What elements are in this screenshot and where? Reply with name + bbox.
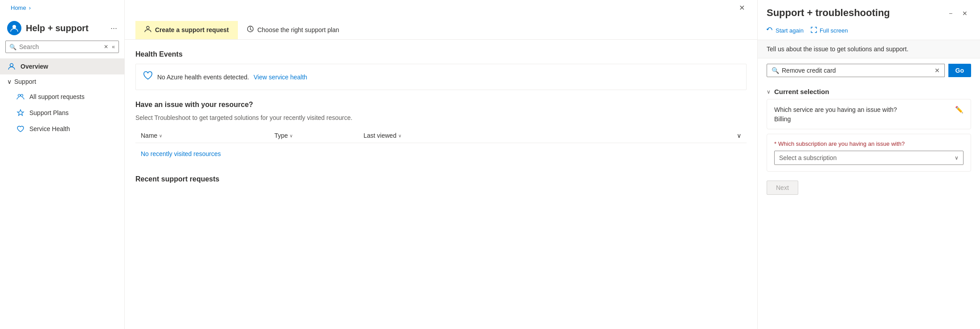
panel-search-box: 🔍 ✕ [767,64,945,77]
edit-service-icon[interactable]: ✏️ [955,106,964,114]
support-plans-icon [16,108,25,117]
search-clear-icon[interactable]: ✕ [104,44,108,50]
search-icon: 🔍 [9,44,16,50]
table-empty-message: No recently visited resources [135,143,747,164]
service-card-value: Billing [774,115,791,123]
sidebar-item-service-health[interactable]: Service Health [0,121,124,137]
resource-subtitle: Select Troubleshoot to get targeted solu… [135,114,747,121]
current-selection-title: Current selection [774,88,829,95]
tab-choose-plan[interactable]: Choose the right support plan [238,21,348,39]
service-card-header: Which service are you having an issue wi… [774,106,964,114]
col-lastviewed-header[interactable]: Last viewed ∨ [363,132,453,139]
next-button[interactable]: Next [767,181,798,195]
sidebar-item-overview[interactable]: Overview [0,58,124,74]
svg-point-4 [147,26,149,29]
panel-search-row: 🔍 ✕ Go [758,58,980,82]
tab-create-support-label: Create a support request [155,26,229,33]
sort-type-icon: ∨ [290,133,293,138]
main-close-button[interactable]: ✕ [737,2,747,14]
panel-minimize-button[interactable]: − [944,7,957,20]
service-health-label: Service Health [29,125,70,132]
panel-toolbar: Start again Full screen [758,25,980,40]
all-requests-label: All support requests [29,93,85,100]
col-name-header[interactable]: Name ∨ [141,132,274,139]
dropdown-chevron-icon: ∨ [955,155,959,161]
col-type-header[interactable]: Type ∨ [274,132,363,139]
health-events-box: No Azure health events detected. View se… [135,64,747,90]
tab-choose-plan-label: Choose the right support plan [257,26,339,33]
search-box: 🔍 ✕ « [5,41,119,53]
subscription-placeholder: Select a subscription [779,154,837,161]
full-screen-icon [811,27,817,34]
current-selection-header[interactable]: ∨ Current selection [767,82,971,99]
search-input[interactable] [19,43,101,50]
current-selection: ∨ Current selection Which service are yo… [758,82,980,195]
table-header: Name ∨ Type ∨ Last viewed ∨ ∨ [135,128,747,143]
tabs-row: Create a support request Choose the righ… [125,21,757,40]
sidebar-item-all-support-requests[interactable]: All support requests [0,89,124,105]
main-content: ✕ Create a support request Choose the ri… [125,0,757,329]
breadcrumb-home[interactable]: Home [11,4,26,11]
sidebar-item-support-plans[interactable]: Support Plans [0,105,124,121]
panel-description: Tell us about the issue to get solutions… [758,40,980,58]
service-health-icon [16,124,25,133]
tab-create-support[interactable]: Create a support request [135,21,238,39]
subscription-dropdown[interactable]: Select a subscription ∨ [774,151,964,165]
tab-choose-plan-icon [247,25,254,34]
go-button[interactable]: Go [948,64,971,77]
start-again-label: Start again [776,27,804,34]
recent-requests-title: Recent support requests [135,175,747,183]
expand-icon[interactable]: ∨ [737,132,741,139]
overview-icon [7,62,16,71]
required-star: * [774,140,776,147]
full-screen-label: Full screen [820,27,848,34]
support-section-label: Support [14,78,36,85]
sidebar: Home › Help + support ··· 🔍 ✕ « Overview [0,0,125,329]
panel-search-icon: 🔍 [772,67,779,74]
sidebar-header: Help + support ··· [0,16,124,39]
breadcrumb[interactable]: Home › [0,0,124,16]
page-header: ✕ [125,0,757,21]
full-screen-button[interactable]: Full screen [811,27,848,34]
subscription-label: * Which subscription are you having an i… [774,140,964,147]
view-service-health-link[interactable]: View service health [253,74,307,81]
sidebar-section-support[interactable]: ∨ Support [0,74,124,89]
subscription-card: * Which subscription are you having an i… [767,134,971,172]
tab-create-support-icon [144,25,151,34]
panel-search-input[interactable] [782,67,932,74]
start-again-button[interactable]: Start again [767,27,804,34]
sidebar-title: Help + support [26,23,89,33]
right-panel: Support + troubleshooting − ✕ Start agai… [757,0,980,329]
current-selection-chevron: ∨ [767,89,771,95]
sort-name-icon: ∨ [159,133,162,138]
health-heart-icon [143,71,153,82]
panel-title: Support + troubleshooting [767,7,890,19]
svg-point-3 [21,95,23,97]
start-again-icon [767,27,773,34]
panel-close-button[interactable]: ✕ [959,7,971,20]
subscription-label-text: Which subscription are you having an iss… [778,140,905,147]
resource-section: Have an issue with your resource? Select… [135,101,747,164]
svg-point-2 [18,95,20,97]
sort-lastviewed-icon: ∨ [398,133,401,138]
resource-title: Have an issue with your resource? [135,101,747,109]
health-message: No Azure health events detected. [157,74,249,81]
more-options-button[interactable]: ··· [110,24,117,33]
service-card-label: Which service are you having an issue wi… [774,106,897,113]
svg-point-0 [12,25,16,29]
avatar [7,21,21,35]
support-chevron-icon: ∨ [7,78,12,85]
overview-label: Overview [20,63,48,70]
breadcrumb-separator: › [29,4,31,11]
panel-header: Support + troubleshooting − ✕ [758,0,980,25]
all-requests-icon [16,92,25,101]
service-card: Which service are you having an issue wi… [767,99,971,129]
support-plans-label: Support Plans [29,109,69,116]
health-events-title: Health Events [135,50,747,58]
svg-point-1 [10,64,13,67]
page-body: Health Events No Azure health events det… [125,40,757,329]
panel-search-clear-icon[interactable]: ✕ [935,67,940,74]
panel-controls: − ✕ [944,7,971,20]
search-collapse-icon[interactable]: « [112,44,115,50]
